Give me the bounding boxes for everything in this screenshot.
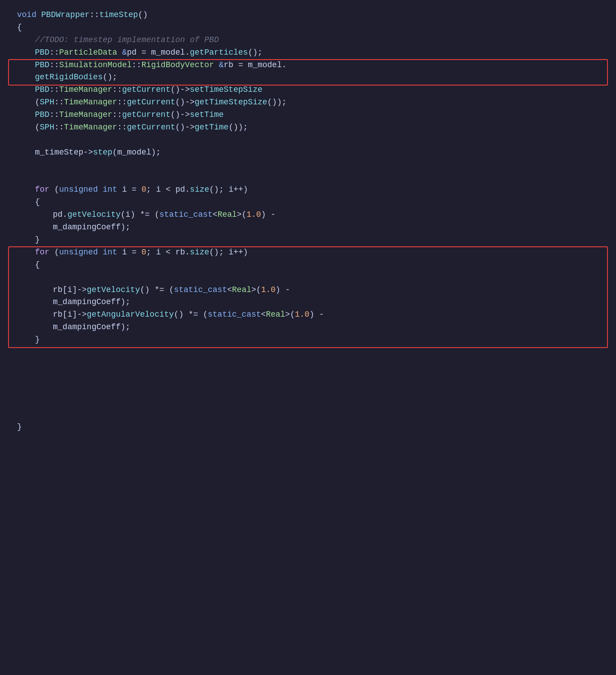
blank-line-14: [0, 172, 616, 184]
blank-line-22: [0, 271, 616, 284]
code-line-16: {: [0, 196, 616, 209]
code-line-24: m_dampingCoeff);: [0, 296, 616, 309]
code-line-10: (SPH::TimeManager::getCurrent()->getTime…: [0, 121, 616, 134]
blank-line-32: [0, 396, 616, 409]
code-line-15: for (unsigned int i = 0; i < pd.size(); …: [0, 184, 616, 196]
line-content-4: PBD::ParticleData &pd = m_model.getParti…: [35, 47, 616, 59]
line-content-5: PBD::SimulationModel::RigidBodyVector &r…: [35, 59, 616, 72]
code-line-2: {: [0, 21, 616, 34]
code-line-29: }: [0, 421, 616, 434]
code-line-21: {: [0, 259, 616, 271]
code-line-1: void PBDWrapper::timeStep(): [0, 9, 616, 21]
line-content-16: {: [35, 196, 616, 209]
code-line-27: }: [0, 334, 616, 346]
line-content-18: m_dampingCoeff);: [53, 221, 616, 234]
code-line-5: PBD::SimulationModel::RigidBodyVector &r…: [0, 59, 616, 72]
blank-line-29: [0, 359, 616, 371]
code-line-9: PBD::TimeManager::getCurrent()->setTime: [0, 109, 616, 121]
code-line-18: m_dampingCoeff);: [0, 221, 616, 234]
line-content-1: void PBDWrapper::timeStep(): [17, 9, 616, 21]
code-line-19: }: [0, 234, 616, 246]
line-content-29: }: [17, 421, 616, 434]
code-editor: void PBDWrapper::timeStep() { //TODO: ti…: [0, 0, 616, 675]
line-content-7: PBD::TimeManager::getCurrent()->setTimeS…: [35, 84, 616, 96]
line-content-20: for (unsigned int i = 0; i < rb.size(); …: [35, 246, 616, 259]
line-content-24: m_dampingCoeff);: [53, 296, 616, 309]
code-line-3: //TODO: timestep implementation of PBD: [0, 34, 616, 47]
code-line-23: rb[i]->getVelocity() *= (static_cast<Rea…: [0, 284, 616, 297]
line-content-27: }: [35, 334, 616, 346]
line-content-26: m_dampingCoeff);: [53, 321, 616, 334]
line-content-3: //TODO: timestep implementation of PBD: [35, 34, 616, 47]
code-line-20: for (unsigned int i = 0; i < rb.size(); …: [0, 246, 616, 259]
blank-line-13: [0, 159, 616, 172]
code-line-6: getRigidBodies();: [0, 71, 616, 84]
blank-line-30: [0, 371, 616, 384]
line-content-23: rb[i]->getVelocity() *= (static_cast<Rea…: [53, 284, 616, 297]
code-line-7: PBD::TimeManager::getCurrent()->setTimeS…: [0, 84, 616, 96]
blank-line-28: [0, 346, 616, 359]
highlight-group-2: for (unsigned int i = 0; i < rb.size(); …: [0, 246, 616, 346]
line-content-2: {: [17, 21, 616, 34]
code-line-4: PBD::ParticleData &pd = m_model.getParti…: [0, 47, 616, 59]
blank-line-31: [0, 384, 616, 396]
line-content-8: (SPH::TimeManager::getCurrent()->getTime…: [35, 96, 616, 109]
line-content-15: for (unsigned int i = 0; i < pd.size(); …: [35, 184, 616, 196]
blank-line-11: [0, 134, 616, 146]
line-content-17: pd.getVelocity(i) *= (static_cast<Real>(…: [53, 209, 616, 221]
code-line-26: m_dampingCoeff);: [0, 321, 616, 334]
line-content-6: getRigidBodies();: [35, 71, 616, 84]
code-line-17: pd.getVelocity(i) *= (static_cast<Real>(…: [0, 209, 616, 221]
line-content-9: PBD::TimeManager::getCurrent()->setTime: [35, 109, 616, 121]
line-content-25: rb[i]->getAngularVelocity() *= (static_c…: [53, 309, 616, 321]
code-line-12: m_timeStep->step(m_model);: [0, 146, 616, 159]
line-content-10: (SPH::TimeManager::getCurrent()->getTime…: [35, 121, 616, 134]
line-content-21: {: [35, 259, 616, 271]
line-content-12: m_timeStep->step(m_model);: [35, 146, 616, 159]
highlight-group-1: PBD::SimulationModel::RigidBodyVector &r…: [0, 59, 616, 84]
code-line-25: rb[i]->getAngularVelocity() *= (static_c…: [0, 309, 616, 321]
blank-line-33: [0, 409, 616, 421]
code-line-8: (SPH::TimeManager::getCurrent()->getTime…: [0, 96, 616, 109]
line-content-19: }: [35, 234, 616, 246]
